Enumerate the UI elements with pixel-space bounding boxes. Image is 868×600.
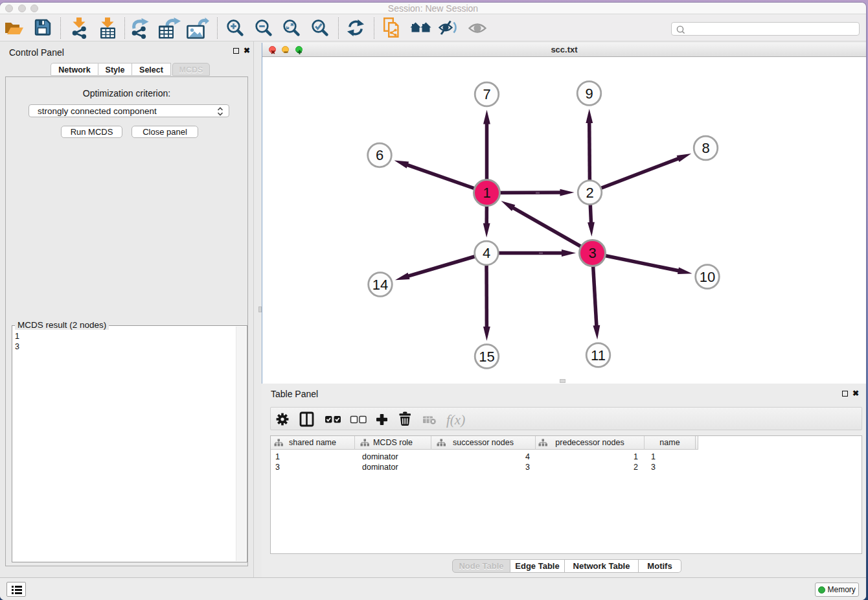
svg-text:2: 2 bbox=[586, 185, 593, 201]
svg-text:9: 9 bbox=[585, 86, 593, 102]
svg-text:4: 4 bbox=[483, 245, 490, 261]
svg-text:1: 1 bbox=[483, 185, 490, 201]
svg-text:f(x): f(x) bbox=[446, 412, 465, 428]
svg-text:7: 7 bbox=[483, 86, 490, 102]
svg-text:3: 3 bbox=[588, 245, 596, 261]
svg-text:14: 14 bbox=[372, 277, 388, 293]
svg-text:10: 10 bbox=[700, 269, 715, 285]
svg-text:11: 11 bbox=[591, 347, 606, 363]
svg-text:8: 8 bbox=[702, 140, 709, 156]
svg-text:15: 15 bbox=[479, 349, 494, 365]
svg-text:6: 6 bbox=[376, 147, 383, 163]
